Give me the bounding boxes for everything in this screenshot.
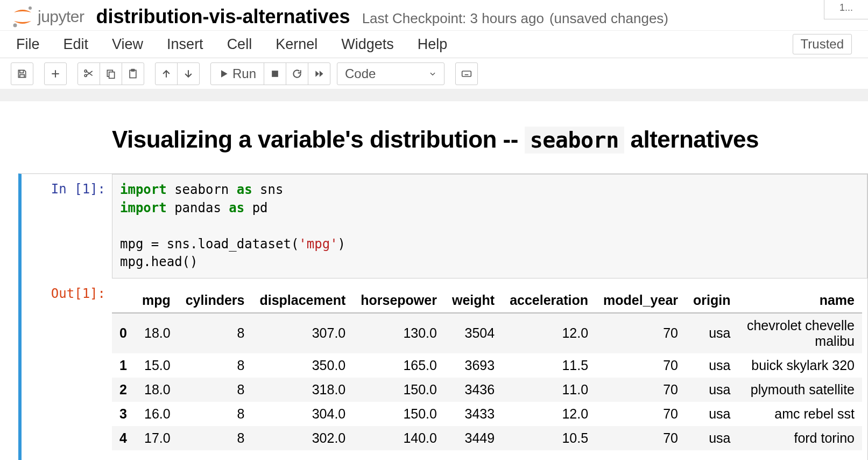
output-area: mpg cylinders displacement horsepower we…: [112, 278, 867, 460]
run-button[interactable]: Run: [210, 62, 264, 85]
refresh-icon: [292, 68, 302, 79]
chevron-down-icon: [429, 70, 436, 78]
col-origin: origin: [686, 288, 738, 313]
arrow-down-icon: [183, 68, 194, 79]
col-model-year: model_year: [596, 288, 686, 313]
svg-rect-8: [272, 71, 278, 77]
toolbar: Run Code: [0, 58, 868, 89]
notebook-gap: [0, 89, 868, 101]
fast-forward-icon: [314, 68, 324, 79]
col-horsepower: horsepower: [353, 288, 444, 313]
menu-help[interactable]: Help: [418, 36, 448, 53]
svg-point-0: [29, 6, 32, 10]
unsaved-label: (unsaved changes): [549, 10, 668, 27]
table-row: 018.08307.0130.0350412.070usachevrolet c…: [112, 313, 862, 353]
col-cylinders: cylinders: [178, 288, 252, 313]
notebook-title[interactable]: distribution-vis-alternatives: [96, 5, 350, 28]
table-body: 018.08307.0130.0350412.070usachevrolet c…: [112, 313, 862, 450]
header: jupyter distribution-vis-alternatives La…: [0, 0, 868, 30]
svg-rect-5: [109, 72, 115, 78]
copy-button[interactable]: [100, 62, 122, 85]
code-cell-1[interactable]: In [1]: import seaborn as sns import pan…: [18, 173, 868, 460]
celltype-value: Code: [345, 66, 376, 81]
checkpoint-label: Last Checkpoint: 3 hours ago: [362, 10, 544, 27]
menubar: File Edit View Insert Cell Kernel Widget…: [0, 30, 868, 58]
celltype-select[interactable]: Code: [337, 62, 444, 85]
heading-code: seaborn: [525, 127, 624, 154]
move-up-button[interactable]: [155, 62, 178, 85]
menu-widgets[interactable]: Widgets: [341, 36, 394, 53]
out-prompt: Out[1]:: [22, 278, 112, 301]
scissors-icon: [83, 68, 94, 79]
cut-button[interactable]: [77, 62, 100, 85]
command-palette-button[interactable]: [455, 62, 478, 85]
save-button[interactable]: [11, 62, 33, 85]
trusted-badge[interactable]: Trusted: [793, 34, 852, 54]
insert-cell-button[interactable]: [44, 62, 67, 85]
keyboard-icon: [461, 68, 472, 79]
move-group: [155, 62, 200, 85]
jupyter-logo[interactable]: jupyter: [11, 5, 84, 29]
col-displacement: displacement: [252, 288, 353, 313]
row-idx: 3: [112, 402, 135, 426]
col-name: name: [738, 288, 862, 313]
run-group: Run: [210, 62, 330, 85]
heading-pre: Visualizing a variable's distribution --: [112, 126, 525, 152]
plus-icon: [50, 68, 61, 79]
arrow-up-icon: [161, 68, 172, 79]
markdown-heading[interactable]: Visualizing a variable's distribution --…: [4, 101, 868, 173]
col-weight: weight: [444, 288, 502, 313]
run-label: Run: [232, 66, 256, 81]
stop-icon: [270, 68, 280, 79]
play-icon: [218, 68, 229, 79]
table-header: mpg cylinders displacement horsepower we…: [112, 288, 862, 313]
menu-file[interactable]: File: [16, 36, 40, 53]
move-down-button[interactable]: [177, 62, 200, 85]
heading-post: alternatives: [624, 126, 759, 152]
save-icon: [17, 68, 27, 79]
interrupt-button[interactable]: [264, 62, 286, 85]
svg-point-3: [84, 74, 87, 76]
in-prompt: In [1]:: [22, 174, 112, 197]
svg-point-1: [13, 24, 17, 27]
row-idx: 0: [112, 313, 135, 353]
table-row: 115.08350.0165.0369311.570usabuick skyla…: [112, 353, 862, 378]
edit-group: [77, 62, 144, 85]
notebook-area: Visualizing a variable's distribution --…: [0, 101, 868, 460]
paste-icon: [128, 68, 138, 79]
table-row: 218.08318.0150.0343611.070usaplymouth sa…: [112, 378, 862, 402]
row-idx: 4: [112, 426, 135, 450]
dataframe-table: mpg cylinders displacement horsepower we…: [112, 288, 862, 450]
menu-view[interactable]: View: [112, 36, 143, 53]
menu-insert[interactable]: Insert: [167, 36, 203, 53]
row-idx: 2: [112, 378, 135, 402]
col-mpg: mpg: [135, 288, 178, 313]
code-input[interactable]: import seaborn as sns import pandas as p…: [112, 174, 867, 278]
table-row: 316.08304.0150.0343312.070usaamc rebel s…: [112, 402, 862, 426]
menu-kernel[interactable]: Kernel: [276, 36, 317, 53]
jupyter-icon: [11, 5, 34, 29]
restart-button[interactable]: [286, 62, 308, 85]
menu-edit[interactable]: Edit: [63, 36, 89, 53]
svg-point-2: [84, 69, 87, 72]
col-acceleration: acceleration: [502, 288, 596, 313]
paste-button[interactable]: [122, 62, 144, 85]
browser-tab-indicator[interactable]: 1...: [824, 0, 868, 19]
title-block: distribution-vis-alternatives Last Check…: [96, 5, 668, 28]
copy-icon: [105, 68, 116, 79]
menu-cell[interactable]: Cell: [227, 36, 252, 53]
restart-run-all-button[interactable]: [308, 62, 330, 85]
jupyter-word: jupyter: [38, 8, 84, 26]
svg-rect-9: [462, 71, 471, 76]
row-idx: 1: [112, 353, 135, 378]
table-row: 417.08302.0140.0344910.570usaford torino: [112, 426, 862, 450]
